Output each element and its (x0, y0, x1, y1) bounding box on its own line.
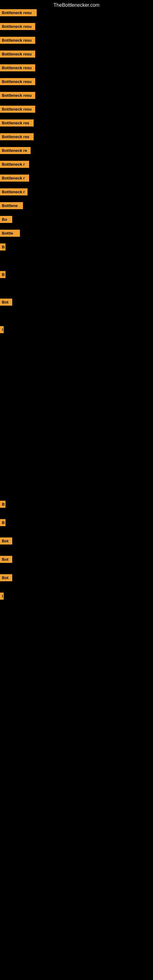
bottleneck-item: Bottleneck resu (0, 23, 35, 30)
bottleneck-item: Bottleneck re (0, 147, 30, 154)
bottleneck-item: Bottleneck resu (0, 92, 35, 99)
bottleneck-item: Bottlene (0, 202, 23, 209)
bottleneck-item: B (0, 519, 5, 526)
bottleneck-item: l (0, 326, 4, 333)
bottleneck-item: Bottleneck resu (0, 37, 35, 44)
bottleneck-item: Bot (0, 299, 12, 305)
bottleneck-item: B (0, 271, 5, 278)
bottleneck-item: B (0, 243, 5, 250)
bottleneck-item: Bottleneck res (0, 133, 33, 140)
bottleneck-item: Bottleneck res (0, 119, 33, 126)
bottleneck-item: Bottleneck r (0, 175, 29, 181)
bottleneck-item: Bot (0, 556, 12, 563)
bottleneck-item: l (0, 593, 4, 600)
bottleneck-item: Bottleneck resu (0, 9, 37, 16)
bottleneck-item: Bottleneck resu (0, 64, 35, 72)
bottleneck-item: Bot (0, 574, 12, 581)
bottleneck-item: Bottleneck resu (0, 78, 35, 85)
bottleneck-item: Bottle (0, 230, 20, 237)
bottleneck-item: Bottleneck r (0, 161, 29, 168)
bottleneck-item: Bottleneck r (0, 188, 27, 196)
site-title: TheBottlenecker.com (0, 0, 153, 10)
bottleneck-item: Bot (0, 538, 12, 544)
bottleneck-item: Bottleneck resu (0, 106, 35, 113)
bottleneck-item: Bo (0, 216, 12, 223)
bottleneck-item: B (0, 501, 5, 508)
bottleneck-item: Bottleneck resu (0, 51, 35, 57)
